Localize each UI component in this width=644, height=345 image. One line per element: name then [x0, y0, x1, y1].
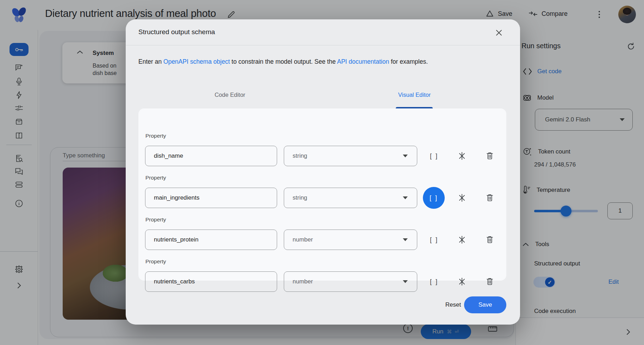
array-toggle-button[interactable]: [ ]	[424, 230, 444, 250]
property-type-select[interactable]: number	[284, 230, 417, 250]
dialog-title: Structured output schema	[138, 28, 215, 36]
dialog-description: Enter an OpenAPI schema object to constr…	[138, 58, 428, 65]
close-icon	[496, 30, 502, 36]
delete-property-button[interactable]	[482, 232, 498, 247]
required-toggle-button[interactable]	[454, 274, 470, 289]
property-label: Property	[145, 258, 166, 265]
array-toggle-button[interactable]: [ ]	[424, 146, 444, 166]
property-name-input[interactable]: nutrients_protein	[145, 230, 277, 250]
required-toggle-button[interactable]	[454, 232, 470, 247]
asterisk-icon	[458, 152, 466, 160]
trash-icon	[486, 152, 493, 160]
trash-icon	[486, 194, 493, 202]
asterisk-icon	[458, 277, 466, 286]
schema-properties-panel: Property dish_name string [ ] Property m…	[138, 108, 506, 281]
dialog-save-button[interactable]: Save	[464, 296, 506, 313]
property-type-select[interactable]: number	[284, 271, 417, 292]
chevron-down-icon	[403, 280, 408, 283]
chevron-down-icon	[403, 238, 408, 241]
openapi-schema-link[interactable]: OpenAPI schema object	[163, 58, 230, 65]
api-documentation-link[interactable]: API documentation	[337, 58, 389, 65]
tab-visual-editor[interactable]: Visual Editor	[362, 92, 467, 98]
delete-property-button[interactable]	[482, 190, 498, 206]
property-name-input[interactable]: main_ingredients	[145, 188, 277, 208]
array-toggle-button[interactable]: [ ]	[424, 272, 444, 291]
property-name-input[interactable]: nutrients_carbs	[145, 271, 277, 292]
required-toggle-button[interactable]	[454, 148, 470, 164]
structured-output-schema-dialog: Structured output schema Enter an OpenAP…	[126, 19, 520, 325]
tab-code-editor[interactable]: Code Editor	[177, 92, 283, 98]
app-window: Dietary nutrient analysis of meal photo …	[0, 0, 644, 345]
dialog-close-button[interactable]	[492, 26, 506, 40]
array-toggle-button-active[interactable]: [ ]	[423, 187, 445, 209]
description-text: Enter an	[138, 58, 163, 65]
chevron-down-icon	[403, 196, 408, 199]
property-label: Property	[145, 175, 166, 181]
delete-property-button[interactable]	[482, 148, 498, 164]
trash-icon	[486, 277, 493, 286]
asterisk-icon	[458, 194, 466, 202]
property-type-select[interactable]: string	[284, 146, 417, 166]
required-toggle-button[interactable]	[454, 190, 470, 206]
property-type-select[interactable]: string	[284, 188, 417, 208]
property-label: Property	[145, 133, 166, 139]
trash-icon	[486, 236, 493, 244]
property-label: Property	[145, 217, 166, 223]
chevron-down-icon	[403, 155, 408, 157]
asterisk-icon	[458, 236, 466, 244]
property-name-input[interactable]: dish_name	[145, 146, 277, 166]
delete-property-button[interactable]	[482, 274, 498, 289]
dialog-header-divider	[126, 45, 520, 45]
